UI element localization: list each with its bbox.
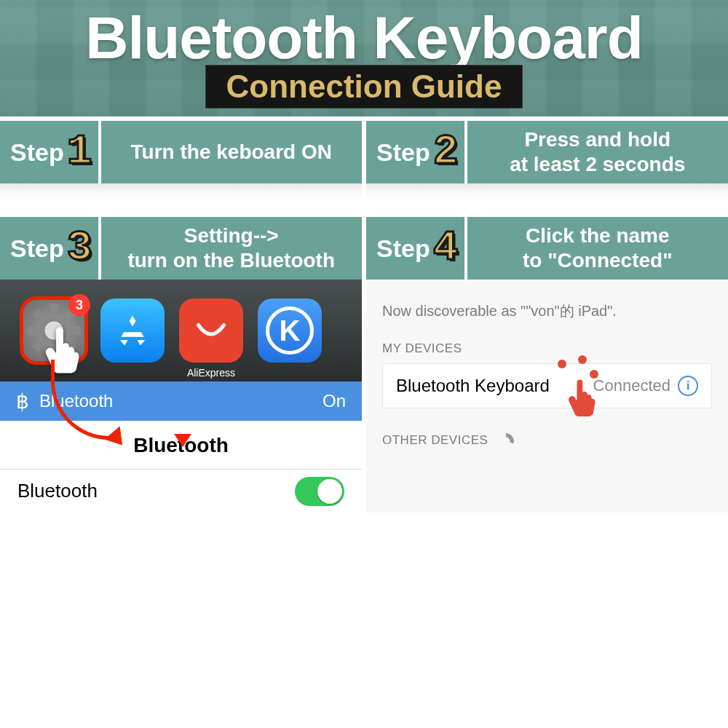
bluetooth-toggle-row[interactable]: Bluetooth <box>0 469 362 513</box>
step-3-illustration: 3 AliExpress K <box>0 280 362 513</box>
step-number-4: 4 <box>433 227 459 269</box>
step-3-desc: Setting-->turn on the Bluetooth <box>101 217 363 280</box>
step-1-desc: Turn the keboard ON <box>101 121 363 183</box>
device-name: Bluetooth Keyboard <box>396 376 550 396</box>
smile-icon <box>193 312 229 349</box>
step-word: Step <box>376 234 430 263</box>
toggle-on-icon[interactable] <box>295 477 344 506</box>
step-number-2: 2 <box>433 131 459 173</box>
guide-subtitle: Connection Guide <box>205 65 523 108</box>
guide-header: Bluetooth Keyboard Connection Guide <box>0 0 728 116</box>
step-word: Step <box>10 234 64 263</box>
k-letter-icon: K <box>280 314 301 347</box>
info-icon[interactable]: i <box>678 376 698 396</box>
step-number-1: 1 <box>67 131 92 173</box>
step-2-illustration: Power CONNECT OFF/ON <box>366 183 728 213</box>
bluetooth-glyph-icon: ฿ <box>16 389 29 414</box>
down-arrow-icon <box>174 434 191 447</box>
discoverable-text: Now discoverable as ""von"的 iPad". <box>382 301 712 321</box>
step-word: Step <box>10 138 64 167</box>
aliexpress-label: AliExpress <box>167 367 255 379</box>
device-status: Connected <box>593 376 670 395</box>
step-1-illustration: Power CONNECT OFF/ON <box>0 183 362 213</box>
bluetooth-row-label: Bluetooth <box>17 480 98 502</box>
other-devices-label: OTHER DEVICES <box>382 433 712 449</box>
step-2-card: Step 2 Press and holdat least 2 seconds … <box>366 121 728 213</box>
step-4-card: Step 4 Click the nameto "Connected" Now … <box>366 217 728 513</box>
step-2-desc: Press and holdat least 2 seconds <box>467 121 729 183</box>
bluetooth-bar-state: On <box>323 391 346 411</box>
step-3-card: Step 3 Setting-->turn on the Bluetooth 3… <box>0 217 366 513</box>
guide-title: Bluetooth Keyboard <box>85 8 643 68</box>
aliexpress-app-icon[interactable]: AliExpress <box>179 298 243 363</box>
step-word: Step <box>376 138 430 167</box>
step-4-desc: Click the nameto "Connected" <box>467 217 729 280</box>
my-devices-label: MY DEVICES <box>382 341 712 356</box>
appstore-a-icon <box>113 311 152 350</box>
step-4-illustration: Now discoverable as ""von"的 iPad". MY DE… <box>366 280 728 513</box>
spinner-icon <box>498 433 514 449</box>
step-1-card: Step 1 Turn the keboard ON Power CONNECT… <box>0 121 366 213</box>
k-app-icon[interactable]: K <box>258 298 322 363</box>
step-number-3: 3 <box>67 227 92 269</box>
notification-badge: 3 <box>68 294 90 316</box>
appstore-app-icon[interactable] <box>100 298 165 363</box>
bluetooth-device-row[interactable]: Bluetooth Keyboard Connected i <box>382 363 712 408</box>
